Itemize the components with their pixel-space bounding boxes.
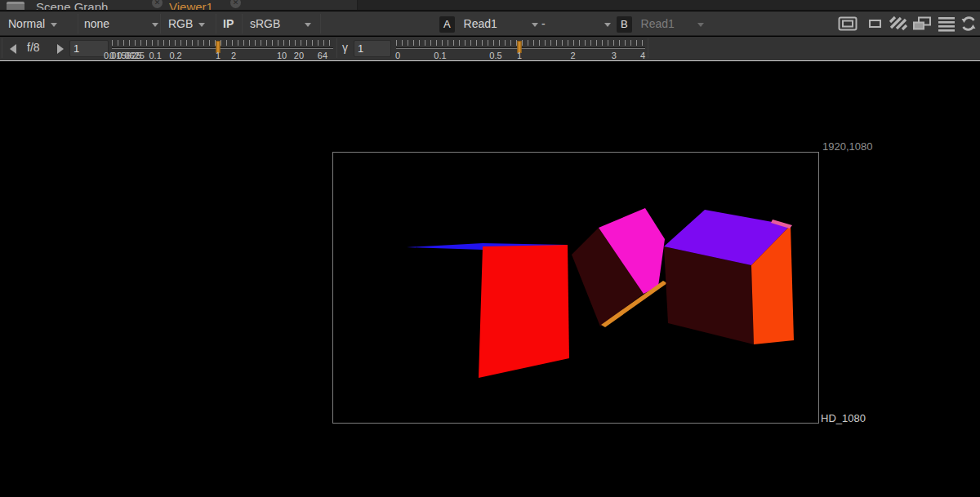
panel-menu-icon[interactable] [7,2,24,11]
gain-slider-label: 10 [277,51,287,60]
chevron-down-icon [532,23,538,27]
gain-slider-label: 20 [294,51,304,60]
chevron-down-icon [51,23,57,27]
proxy-stripes-icon[interactable] [889,16,908,32]
gain-slider-ticks [112,40,333,46]
divider [242,14,243,33]
wipe-mode-value: none [84,17,109,30]
input-b-badge: B [617,16,632,33]
channels-dropdown[interactable]: RGB [168,11,205,36]
gain-slider-label: 2 [231,51,236,60]
format-icon[interactable] [866,16,885,32]
tab-bar: Scene Graph ✕ Viewer1 ✕ [0,0,980,11]
compare-op-value: - [541,17,546,30]
chevron-down-icon [198,23,205,27]
channels-value: RGB [168,17,193,30]
tab-viewer1-close-icon[interactable]: ✕ [230,0,241,8]
chevron-down-icon [697,23,704,27]
tab-viewer1-label: Viewer1 [169,1,213,11]
gain-slider[interactable]: 00.0156250.06250.10.212102064 [112,39,333,60]
blend-mode-value: Normal [8,17,45,30]
gamma-slider-label: 2 [570,51,575,60]
display-window-icon[interactable] [838,16,858,32]
colorspace-dropdown[interactable]: sRGB [250,11,311,36]
refresh-icon[interactable] [959,16,978,32]
gain-slider-label: 0.0625 [117,51,145,60]
gamma-input[interactable]: 1 [354,40,391,57]
divider [336,38,337,58]
stack-lines-icon[interactable] [937,16,956,32]
tab-scene-graph-label: Scene Graph [36,1,108,11]
gamma-slider-label: 0.5 [489,51,501,60]
aperture-next-icon[interactable] [57,44,64,54]
format-name-label: HD_1080 [821,412,866,424]
gamma-slider-label: 0 [395,51,400,60]
compare-op-dropdown[interactable]: - [541,11,611,36]
tab-scene-graph[interactable]: Scene Graph [36,0,108,11]
viewer-toolbar: Normal none RGB IP sRGB A Read1 - B Read… [0,11,980,36]
tab-bar-empty-area [357,0,980,10]
gamma-label: γ [342,41,348,54]
aperture-prev-icon[interactable] [10,44,16,54]
input-process-toggle[interactable]: IP [223,11,234,36]
gain-slider-label: 1 [216,51,220,60]
input-process-label: IP [223,17,234,30]
tab-scene-graph-close-icon[interactable]: ✕ [152,0,163,8]
divider [648,38,648,58]
divider [2,38,2,58]
gain-gamma-bar: f/8 1 00.0156250.06250.10.212102064 γ 1 … [0,37,980,60]
gain-slider-label: 64 [318,51,327,60]
chevron-down-icon [604,23,611,27]
chevron-down-icon [152,23,158,27]
gain-slider-label: 0.1 [149,51,161,60]
gamma-slider-label: 3 [612,51,617,60]
tab-viewer1[interactable]: Viewer1 [169,0,213,11]
gain-input[interactable]: 1 [69,40,109,57]
input-a-badge: A [439,16,455,33]
gamma-slider-label: 0.1 [434,51,446,60]
divider [320,14,321,33]
wipe-mode-dropdown[interactable]: none [84,11,158,36]
chevron-down-icon [305,23,311,27]
aperture-label: f/8 [27,41,40,54]
colorspace-value: sRGB [250,17,280,30]
gamma-slider-label: 4 [640,51,645,60]
divider [160,14,161,33]
wipe-overlap-icon[interactable] [912,16,932,32]
input-b-value: Read1 [641,17,675,30]
divider [216,14,216,33]
input-a-value: Read1 [464,17,497,30]
gamma-slider-label: 1 [517,51,522,60]
blend-mode-dropdown[interactable]: Normal [8,11,57,36]
viewer-canvas[interactable]: 1920,1080 HD_1080 [0,61,980,497]
format-frame [332,152,819,424]
input-b-dropdown[interactable]: B Read1 [617,11,704,36]
input-a-dropdown[interactable]: A Read1 [439,11,538,36]
gain-slider-label: 0.2 [169,51,181,60]
divider [78,14,78,33]
gamma-slider[interactable]: 00.10.51234 [396,39,645,60]
gain-slider-groove [112,47,333,49]
resolution-label: 1920,1080 [822,140,872,153]
